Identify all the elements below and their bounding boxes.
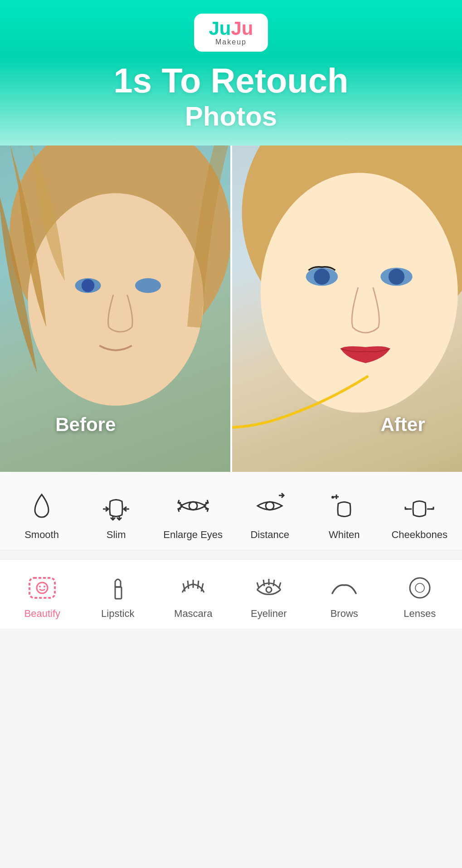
nav-eyeliner-label: Eyeliner [251, 608, 287, 620]
hero-subtitle: Photos [185, 101, 277, 132]
tool-smooth[interactable]: Smooth [15, 490, 69, 541]
tool-whiten[interactable]: Whiten [317, 490, 371, 541]
nav-lipstick[interactable]: Lipstick [91, 573, 145, 620]
tool-smooth-label: Smooth [24, 529, 59, 541]
logo-box: JuJu Makeup [194, 14, 267, 52]
logo-subtitle: Makeup [215, 38, 247, 46]
svg-point-29 [39, 586, 41, 587]
nav-lipstick-label: Lipstick [101, 608, 134, 620]
slim-icon [100, 490, 132, 522]
svg-point-22 [331, 496, 334, 499]
svg-line-39 [263, 580, 264, 586]
tool-distance-label: Distance [250, 529, 289, 541]
logo-text: JuJu [209, 19, 253, 38]
after-label: After [380, 414, 425, 436]
svg-point-45 [415, 583, 424, 592]
mascara-icon [179, 573, 208, 602]
svg-point-43 [266, 587, 272, 592]
tool-cheekbones[interactable]: Cheekbones [391, 490, 447, 541]
after-half [231, 145, 462, 472]
hero-title: 1s To Retouch [114, 63, 349, 99]
smooth-icon [26, 490, 58, 522]
svg-line-36 [198, 581, 199, 589]
nav-lenses-label: Lenses [404, 608, 436, 620]
nav-eyeliner[interactable]: Eyeliner [242, 573, 296, 620]
svg-point-28 [37, 582, 48, 593]
tool-whiten-label: Whiten [329, 529, 360, 541]
svg-point-44 [410, 578, 430, 598]
nav-brows-label: Brows [331, 608, 358, 620]
tool-enlarge-eyes[interactable]: Enlarge Eyes [163, 490, 223, 541]
svg-point-15 [189, 502, 197, 510]
svg-point-20 [266, 502, 274, 510]
hero-section: JuJu Makeup 1s To Retouch Photos [0, 0, 462, 145]
svg-point-4 [135, 278, 161, 293]
beautify-icon [28, 573, 57, 602]
before-label: Before [55, 414, 116, 436]
tool-distance[interactable]: Distance [243, 490, 297, 541]
svg-point-10 [388, 269, 404, 285]
enlarge-eyes-icon [177, 490, 209, 522]
svg-line-34 [188, 581, 189, 589]
svg-line-42 [279, 582, 281, 588]
nav-lenses[interactable]: Lenses [393, 573, 447, 620]
nav-beautify[interactable]: Beautify [15, 573, 69, 620]
svg-rect-27 [29, 578, 55, 598]
lipstick-icon [103, 573, 132, 602]
nav-mascara[interactable]: Mascara [166, 573, 220, 620]
before-after-section: Before After [0, 145, 462, 472]
yellow-curve [231, 368, 376, 436]
tool-cheekbones-label: Cheekbones [391, 529, 447, 541]
cheekbones-icon [404, 490, 435, 522]
divider-line [230, 145, 232, 472]
nav-brows[interactable]: Brows [317, 573, 371, 620]
tools-section: Smooth Slim [0, 472, 462, 550]
svg-rect-31 [115, 587, 122, 599]
svg-line-38 [257, 582, 259, 588]
svg-point-8 [314, 269, 330, 285]
brows-icon [330, 573, 359, 602]
svg-point-30 [44, 586, 45, 587]
tool-slim[interactable]: Slim [89, 490, 143, 541]
tool-slim-label: Slim [107, 529, 126, 541]
nav-beautify-label: Beautify [24, 608, 61, 620]
distance-icon [254, 490, 286, 522]
nav-mascara-label: Mascara [174, 608, 212, 620]
tool-enlarge-eyes-label: Enlarge Eyes [163, 529, 223, 541]
whiten-icon [328, 490, 360, 522]
bottom-nav: Beautify Lipstick Mascara [0, 559, 462, 629]
svg-point-3 [82, 279, 95, 292]
svg-line-41 [273, 580, 274, 586]
lenses-icon [405, 573, 434, 602]
eyeliner-icon [254, 573, 283, 602]
